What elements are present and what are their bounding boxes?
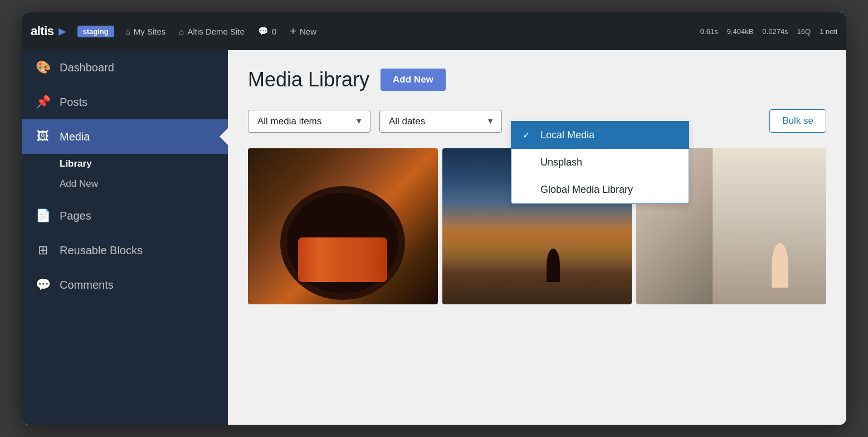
add-new-button[interactable]: Add New bbox=[381, 69, 446, 91]
page-title: Media Library bbox=[248, 68, 369, 91]
sidebar: 🎨 Dashboard 📌 Posts 🖼 Media Library Add … bbox=[22, 50, 228, 425]
site-logo[interactable]: altis ▶ bbox=[31, 24, 66, 38]
media-type-select[interactable]: All media items Images Audio Video Docum… bbox=[248, 110, 370, 133]
main-layout: 🎨 Dashboard 📌 Posts 🖼 Media Library Add … bbox=[22, 50, 846, 425]
bulk-select-button[interactable]: Bulk se bbox=[769, 109, 826, 133]
sidebar-item-posts[interactable]: 📌 Posts bbox=[22, 85, 228, 119]
staging-badge: staging bbox=[77, 26, 114, 37]
sidebar-label-comments: Comments bbox=[60, 279, 114, 292]
sidebar-label-dashboard: Dashboard bbox=[60, 61, 114, 74]
source-option-global-label: Global Media Library bbox=[540, 184, 633, 196]
performance-stats: 0.61s 9,404kB 0.0274s 16Q 1 noti bbox=[700, 27, 837, 36]
comments-sidebar-icon: 💬 bbox=[35, 278, 51, 292]
sidebar-label-posts: Posts bbox=[60, 96, 87, 109]
filters-row: All media items Images Audio Video Docum… bbox=[248, 109, 826, 133]
new-label: New bbox=[300, 27, 316, 36]
my-sites-link[interactable]: ⌂ My Sites bbox=[125, 27, 166, 36]
stat-db-time: 0.0274s bbox=[762, 27, 788, 36]
my-sites-icon: ⌂ bbox=[125, 27, 130, 36]
date-filter-wrapper: All dates January 2024 December 2023 ▼ bbox=[379, 110, 502, 133]
stat-memory: 9,404kB bbox=[727, 27, 754, 36]
demo-site-label: Altis Demo Site bbox=[187, 27, 245, 36]
admin-bar-nav: ⌂ My Sites ⌂ Altis Demo Site 💬 0 + New bbox=[125, 25, 689, 38]
media-icon: 🖼 bbox=[35, 129, 51, 144]
sidebar-item-reusable-blocks[interactable]: ⊞ Reusable Blocks bbox=[22, 233, 228, 268]
sidebar-label-media: Media bbox=[60, 130, 90, 143]
sidebar-item-media[interactable]: 🖼 Media bbox=[22, 119, 228, 154]
posts-icon: 📌 bbox=[35, 95, 51, 109]
source-option-global[interactable]: Global Media Library bbox=[511, 176, 689, 203]
logo-text: altis bbox=[31, 24, 54, 38]
new-plus-icon: + bbox=[290, 25, 296, 38]
stat-time: 0.61s bbox=[700, 27, 718, 36]
source-option-unsplash-label: Unsplash bbox=[540, 157, 582, 168]
comments-count: 0 bbox=[272, 27, 276, 36]
stat-queries: 16Q bbox=[797, 27, 811, 36]
submenu-library[interactable]: Library bbox=[60, 154, 214, 174]
reusable-blocks-icon: ⊞ bbox=[35, 243, 51, 258]
dashboard-icon: 🎨 bbox=[35, 60, 51, 75]
media-item-food[interactable] bbox=[248, 148, 438, 304]
demo-site-link[interactable]: ⌂ Altis Demo Site bbox=[179, 27, 245, 36]
sidebar-label-pages: Pages bbox=[60, 210, 91, 222]
source-option-local-label: Local Media bbox=[540, 129, 594, 141]
media-type-filter-wrapper: All media items Images Audio Video Docum… bbox=[248, 110, 370, 133]
sidebar-item-dashboard[interactable]: 🎨 Dashboard bbox=[22, 50, 228, 85]
checkmark-icon: ✓ bbox=[523, 130, 534, 140]
page-header: Media Library Add New bbox=[248, 68, 826, 91]
source-option-local[interactable]: ✓ Local Media bbox=[511, 122, 689, 149]
pages-icon: 📄 bbox=[35, 208, 51, 223]
source-option-unsplash[interactable]: Unsplash bbox=[511, 149, 689, 176]
demo-site-icon: ⌂ bbox=[179, 27, 184, 36]
admin-bar: altis ▶ staging ⌂ My Sites ⌂ Altis Demo … bbox=[22, 12, 846, 50]
stat-notifications: 1 noti bbox=[820, 27, 837, 36]
sidebar-item-pages[interactable]: 📄 Pages bbox=[22, 198, 228, 233]
comments-link[interactable]: 💬 0 bbox=[258, 26, 276, 36]
sidebar-item-comments[interactable]: 💬 Comments bbox=[22, 268, 228, 302]
sidebar-label-reusable-blocks: Reusable Blocks bbox=[60, 244, 143, 257]
source-dropdown-menu: ✓ Local Media Unsplash Global Media Libr… bbox=[511, 121, 689, 204]
comments-icon: 💬 bbox=[258, 26, 269, 36]
my-sites-label: My Sites bbox=[134, 27, 166, 36]
content-area: Media Library Add New All media items Im… bbox=[228, 50, 846, 425]
media-submenu: Library Add New bbox=[22, 154, 228, 198]
logo-icon: ▶ bbox=[58, 25, 66, 37]
date-select[interactable]: All dates January 2024 December 2023 bbox=[379, 110, 502, 133]
submenu-add-new[interactable]: Add New bbox=[60, 174, 214, 194]
new-link[interactable]: + New bbox=[290, 25, 316, 38]
